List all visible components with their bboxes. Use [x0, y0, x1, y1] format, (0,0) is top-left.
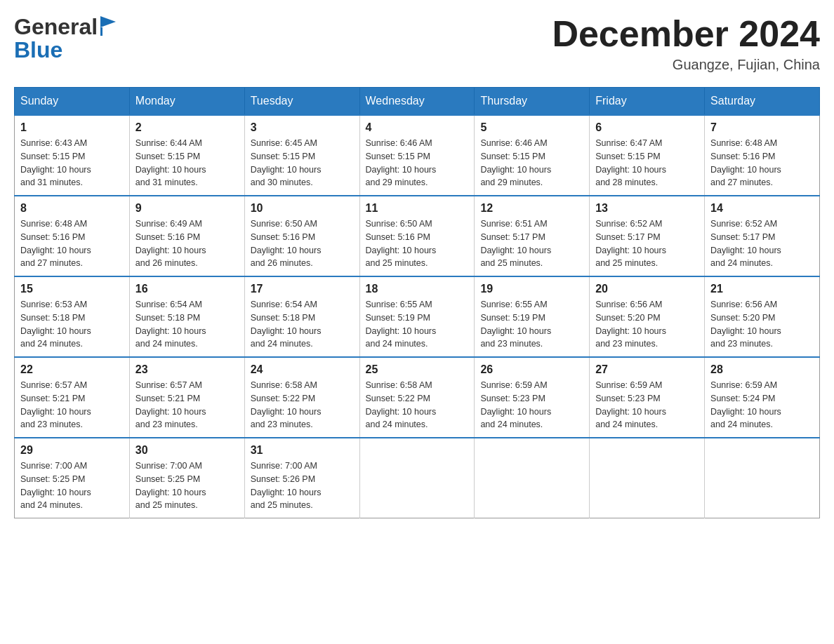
day-number: 26 — [480, 363, 583, 376]
day-number: 8 — [20, 202, 124, 215]
calendar-cell: 22 Sunrise: 6:57 AM Sunset: 5:21 PM Dayl… — [15, 357, 130, 438]
day-number: 22 — [20, 363, 124, 376]
day-number: 5 — [480, 121, 583, 134]
calendar-cell: 6 Sunrise: 6:47 AM Sunset: 5:15 PM Dayli… — [590, 115, 705, 196]
day-number: 30 — [135, 444, 239, 457]
day-number: 10 — [251, 202, 354, 215]
day-number: 3 — [251, 121, 354, 134]
calendar-cell: 30 Sunrise: 7:00 AM Sunset: 5:25 PM Dayl… — [129, 438, 244, 518]
day-number: 1 — [20, 121, 124, 134]
day-info: Sunrise: 6:57 AM Sunset: 5:21 PM Dayligh… — [20, 379, 124, 431]
day-number: 11 — [366, 202, 469, 215]
calendar-week-1: 1 Sunrise: 6:43 AM Sunset: 5:15 PM Dayli… — [15, 115, 820, 196]
day-number: 25 — [366, 363, 469, 376]
day-info: Sunrise: 7:00 AM Sunset: 5:25 PM Dayligh… — [135, 459, 239, 512]
day-number: 23 — [135, 363, 239, 376]
day-number: 14 — [710, 202, 814, 215]
calendar-cell — [475, 438, 590, 518]
day-number: 29 — [20, 444, 124, 457]
calendar-cell: 21 Sunrise: 6:56 AM Sunset: 5:20 PM Dayl… — [705, 276, 820, 357]
col-monday: Monday — [129, 88, 244, 116]
svg-marker-0 — [100, 16, 116, 27]
calendar-cell: 11 Sunrise: 6:50 AM Sunset: 5:16 PM Dayl… — [359, 196, 475, 276]
calendar-week-4: 22 Sunrise: 6:57 AM Sunset: 5:21 PM Dayl… — [15, 357, 820, 438]
col-wednesday: Wednesday — [359, 88, 475, 116]
day-info: Sunrise: 6:55 AM Sunset: 5:19 PM Dayligh… — [480, 298, 583, 351]
calendar-cell: 9 Sunrise: 6:49 AM Sunset: 5:16 PM Dayli… — [129, 196, 244, 276]
day-info: Sunrise: 6:50 AM Sunset: 5:16 PM Dayligh… — [251, 217, 354, 270]
calendar-cell: 14 Sunrise: 6:52 AM Sunset: 5:17 PM Dayl… — [705, 196, 820, 276]
day-number: 9 — [135, 202, 239, 215]
calendar-cell: 13 Sunrise: 6:52 AM Sunset: 5:17 PM Dayl… — [590, 196, 705, 276]
calendar-cell: 15 Sunrise: 6:53 AM Sunset: 5:18 PM Dayl… — [15, 276, 130, 357]
day-info: Sunrise: 6:56 AM Sunset: 5:20 PM Dayligh… — [595, 298, 699, 351]
day-info: Sunrise: 6:44 AM Sunset: 5:15 PM Dayligh… — [135, 137, 239, 189]
day-info: Sunrise: 7:00 AM Sunset: 5:25 PM Dayligh… — [20, 459, 124, 512]
day-info: Sunrise: 6:48 AM Sunset: 5:16 PM Dayligh… — [710, 137, 814, 189]
calendar-cell: 1 Sunrise: 6:43 AM Sunset: 5:15 PM Dayli… — [15, 115, 130, 196]
day-number: 6 — [595, 121, 699, 134]
day-number: 18 — [366, 283, 469, 295]
day-number: 17 — [251, 283, 354, 295]
month-title: December 2024 — [552, 14, 820, 54]
logo: General Blue — [14, 14, 116, 63]
logo-general-text: General — [14, 14, 98, 40]
calendar-cell: 4 Sunrise: 6:46 AM Sunset: 5:15 PM Dayli… — [359, 115, 475, 196]
calendar-cell: 26 Sunrise: 6:59 AM Sunset: 5:23 PM Dayl… — [475, 357, 590, 438]
day-number: 15 — [20, 283, 124, 295]
calendar-cell: 23 Sunrise: 6:57 AM Sunset: 5:21 PM Dayl… — [129, 357, 244, 438]
calendar-cell: 8 Sunrise: 6:48 AM Sunset: 5:16 PM Dayli… — [15, 196, 130, 276]
day-info: Sunrise: 6:53 AM Sunset: 5:18 PM Dayligh… — [20, 298, 124, 351]
calendar-cell: 25 Sunrise: 6:58 AM Sunset: 5:22 PM Dayl… — [359, 357, 475, 438]
day-number: 28 — [710, 363, 814, 376]
day-info: Sunrise: 6:51 AM Sunset: 5:17 PM Dayligh… — [480, 217, 583, 270]
calendar-cell — [359, 438, 475, 518]
calendar-cell: 10 Sunrise: 6:50 AM Sunset: 5:16 PM Dayl… — [244, 196, 359, 276]
calendar-cell: 3 Sunrise: 6:45 AM Sunset: 5:15 PM Dayli… — [244, 115, 359, 196]
calendar-cell: 17 Sunrise: 6:54 AM Sunset: 5:18 PM Dayl… — [244, 276, 359, 357]
day-info: Sunrise: 6:48 AM Sunset: 5:16 PM Dayligh… — [20, 217, 124, 270]
calendar-cell: 19 Sunrise: 6:55 AM Sunset: 5:19 PM Dayl… — [475, 276, 590, 357]
day-number: 16 — [135, 283, 239, 295]
day-number: 7 — [710, 121, 814, 134]
calendar-week-2: 8 Sunrise: 6:48 AM Sunset: 5:16 PM Dayli… — [15, 196, 820, 276]
header-row: Sunday Monday Tuesday Wednesday Thursday… — [15, 88, 820, 116]
col-tuesday: Tuesday — [244, 88, 359, 116]
day-info: Sunrise: 6:52 AM Sunset: 5:17 PM Dayligh… — [710, 217, 814, 270]
calendar-cell: 29 Sunrise: 7:00 AM Sunset: 5:25 PM Dayl… — [15, 438, 130, 518]
day-number: 4 — [366, 121, 469, 134]
day-info: Sunrise: 6:52 AM Sunset: 5:17 PM Dayligh… — [595, 217, 699, 270]
calendar-week-3: 15 Sunrise: 6:53 AM Sunset: 5:18 PM Dayl… — [15, 276, 820, 357]
calendar-cell: 16 Sunrise: 6:54 AM Sunset: 5:18 PM Dayl… — [129, 276, 244, 357]
calendar-cell: 12 Sunrise: 6:51 AM Sunset: 5:17 PM Dayl… — [475, 196, 590, 276]
day-info: Sunrise: 6:59 AM Sunset: 5:23 PM Dayligh… — [595, 379, 699, 431]
day-info: Sunrise: 6:50 AM Sunset: 5:16 PM Dayligh… — [366, 217, 469, 270]
col-saturday: Saturday — [705, 88, 820, 116]
day-info: Sunrise: 6:54 AM Sunset: 5:18 PM Dayligh… — [135, 298, 239, 351]
col-thursday: Thursday — [475, 88, 590, 116]
day-info: Sunrise: 6:45 AM Sunset: 5:15 PM Dayligh… — [251, 137, 354, 189]
calendar-cell: 20 Sunrise: 6:56 AM Sunset: 5:20 PM Dayl… — [590, 276, 705, 357]
day-info: Sunrise: 7:00 AM Sunset: 5:26 PM Dayligh… — [251, 459, 354, 512]
day-info: Sunrise: 6:46 AM Sunset: 5:15 PM Dayligh… — [480, 137, 583, 189]
calendar-cell: 28 Sunrise: 6:59 AM Sunset: 5:24 PM Dayl… — [705, 357, 820, 438]
calendar-cell: 7 Sunrise: 6:48 AM Sunset: 5:16 PM Dayli… — [705, 115, 820, 196]
day-info: Sunrise: 6:54 AM Sunset: 5:18 PM Dayligh… — [251, 298, 354, 351]
day-info: Sunrise: 6:57 AM Sunset: 5:21 PM Dayligh… — [135, 379, 239, 431]
day-info: Sunrise: 6:49 AM Sunset: 5:16 PM Dayligh… — [135, 217, 239, 270]
location-text: Guangze, Fujian, China — [552, 57, 820, 73]
svg-rect-1 — [100, 27, 102, 36]
calendar-cell: 18 Sunrise: 6:55 AM Sunset: 5:19 PM Dayl… — [359, 276, 475, 357]
calendar-header: Sunday Monday Tuesday Wednesday Thursday… — [15, 88, 820, 116]
day-info: Sunrise: 6:43 AM Sunset: 5:15 PM Dayligh… — [20, 137, 124, 189]
calendar-cell — [705, 438, 820, 518]
calendar-cell: 24 Sunrise: 6:58 AM Sunset: 5:22 PM Dayl… — [244, 357, 359, 438]
page-header: General Blue December 2024 Guangze, Fuji… — [14, 14, 820, 73]
col-sunday: Sunday — [15, 88, 130, 116]
day-number: 12 — [480, 202, 583, 215]
calendar-cell: 5 Sunrise: 6:46 AM Sunset: 5:15 PM Dayli… — [475, 115, 590, 196]
day-info: Sunrise: 6:56 AM Sunset: 5:20 PM Dayligh… — [710, 298, 814, 351]
calendar-table: Sunday Monday Tuesday Wednesday Thursday… — [14, 87, 820, 518]
day-info: Sunrise: 6:58 AM Sunset: 5:22 PM Dayligh… — [251, 379, 354, 431]
day-number: 27 — [595, 363, 699, 376]
